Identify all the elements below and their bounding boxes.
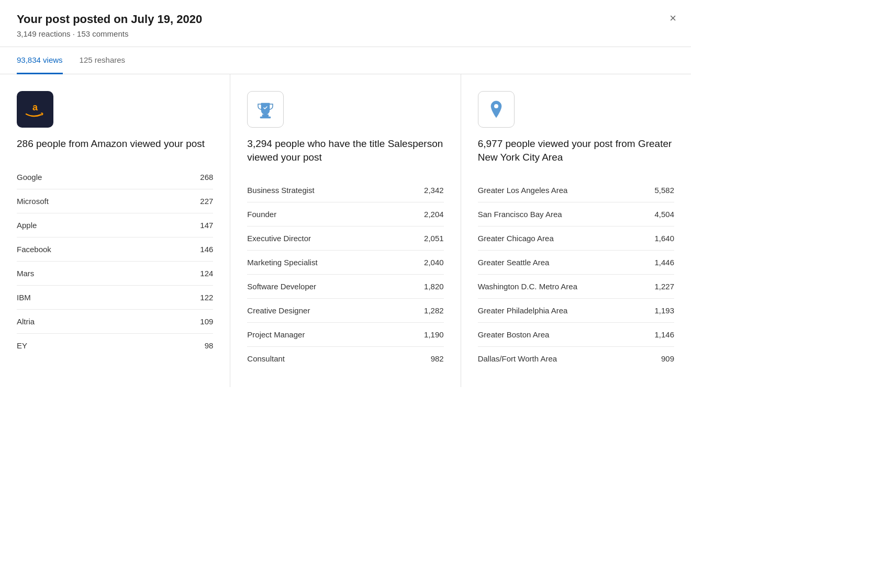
list-item: Mars124 (17, 262, 213, 286)
list-item-value: 98 (205, 341, 214, 350)
list-item-value: 268 (200, 173, 213, 182)
list-item-value: 227 (200, 197, 213, 206)
list-item-name: Microsoft (17, 197, 49, 206)
list-item-name: Founder (247, 210, 276, 219)
list-item-name: Greater Seattle Area (478, 258, 550, 267)
list-item: Founder2,204 (247, 202, 443, 227)
list-item-name: Apple (17, 221, 37, 230)
modal: Your post posted on July 19, 2020 3,149 … (0, 0, 691, 588)
list-item-name: Google (17, 173, 42, 182)
close-button[interactable]: × (669, 13, 676, 24)
modal-subtitle: 3,149 reactions · 153 comments (17, 29, 674, 38)
tab-views[interactable]: 93,834 views (17, 47, 63, 74)
modal-title: Your post posted on July 19, 2020 (17, 13, 674, 26)
list-item-name: Washington D.C. Metro Area (478, 282, 577, 291)
list-item: Marketing Specialist2,040 (247, 251, 443, 275)
list-item-name: Dallas/Fort Worth Area (478, 354, 557, 363)
list-item-value: 1,282 (424, 306, 444, 315)
list-item-value: 4,504 (654, 210, 674, 219)
svg-rect-1 (262, 115, 269, 117)
column-location-headline: 6,977 people viewed your post from Great… (478, 137, 674, 164)
company-list: Google268Microsoft227Apple147Facebook146… (17, 165, 213, 357)
list-item-value: 122 (200, 293, 213, 302)
column-location: 6,977 people viewed your post from Great… (461, 74, 691, 387)
location-icon-container (478, 91, 515, 128)
list-item: Dallas/Fort Worth Area909 (478, 347, 674, 370)
list-item-value: 2,051 (424, 234, 444, 243)
list-item-name: Greater Los Angeles Area (478, 186, 568, 195)
list-item: Greater Los Angeles Area5,582 (478, 178, 674, 202)
list-item-name: San Francisco Bay Area (478, 210, 562, 219)
list-item-value: 2,204 (424, 210, 444, 219)
svg-point-3 (494, 104, 498, 108)
column-title-headline: 3,294 people who have the title Salesper… (247, 137, 443, 164)
list-item: Greater Boston Area1,146 (478, 323, 674, 347)
svg-text:a: a (32, 102, 38, 112)
list-item-value: 1,640 (654, 234, 674, 243)
list-item: Microsoft227 (17, 189, 213, 213)
list-item-name: Greater Boston Area (478, 330, 550, 339)
list-item-name: Executive Director (247, 234, 311, 243)
list-item-value: 146 (200, 245, 213, 254)
location-icon (486, 99, 507, 120)
list-item: Consultant982 (247, 347, 443, 370)
list-item-value: 1,446 (654, 258, 674, 267)
list-item: Business Strategist2,342 (247, 178, 443, 202)
list-item-name: Creative Designer (247, 306, 310, 315)
list-item: Google268 (17, 165, 213, 189)
list-item-name: Software Developer (247, 282, 316, 291)
list-item: EY98 (17, 334, 213, 357)
list-item-name: EY (17, 341, 27, 350)
trophy-icon-container (247, 91, 284, 128)
list-item-value: 982 (431, 354, 444, 363)
list-item-value: 2,342 (424, 186, 444, 195)
list-item-name: Marketing Specialist (247, 258, 317, 267)
list-item-value: 1,146 (654, 330, 674, 339)
list-item-name: Project Manager (247, 330, 305, 339)
content-area: a 286 people from Amazon viewed your pos… (0, 74, 691, 387)
list-item-name: Business Strategist (247, 186, 314, 195)
list-item: Apple147 (17, 213, 213, 238)
list-item: Greater Philadelphia Area1,193 (478, 299, 674, 323)
list-item-name: Altria (17, 317, 35, 326)
column-company-headline: 286 people from Amazon viewed your post (17, 137, 213, 151)
tab-reshares[interactable]: 125 reshares (80, 47, 126, 74)
list-item: Washington D.C. Metro Area1,227 (478, 275, 674, 299)
column-company: a 286 people from Amazon viewed your pos… (0, 74, 230, 387)
modal-header: Your post posted on July 19, 2020 3,149 … (0, 0, 691, 47)
list-item-value: 1,820 (424, 282, 444, 291)
list-item: Project Manager1,190 (247, 323, 443, 347)
list-item-value: 1,190 (424, 330, 444, 339)
svg-rect-2 (260, 117, 271, 118)
list-item-value: 124 (200, 269, 213, 278)
tabs-bar: 93,834 views 125 reshares (0, 47, 691, 74)
list-item-name: Greater Philadelphia Area (478, 306, 568, 315)
list-item-value: 5,582 (654, 186, 674, 195)
title-list: Business Strategist2,342Founder2,204Exec… (247, 178, 443, 370)
list-item-name: Consultant (247, 354, 285, 363)
list-item: San Francisco Bay Area4,504 (478, 202, 674, 227)
list-item-value: 109 (200, 317, 213, 326)
list-item-value: 147 (200, 221, 213, 230)
trophy-icon (255, 99, 276, 120)
list-item: Executive Director2,051 (247, 227, 443, 251)
list-item: Facebook146 (17, 238, 213, 262)
amazon-icon: a (17, 91, 53, 128)
column-title: 3,294 people who have the title Salesper… (230, 74, 461, 387)
list-item-value: 1,193 (654, 306, 674, 315)
list-item-name: Mars (17, 269, 34, 278)
list-item-name: IBM (17, 293, 31, 302)
location-list: Greater Los Angeles Area5,582San Francis… (478, 178, 674, 370)
list-item: Creative Designer1,282 (247, 299, 443, 323)
list-item: Greater Chicago Area1,640 (478, 227, 674, 251)
list-item: Altria109 (17, 310, 213, 334)
list-item-value: 909 (661, 354, 674, 363)
list-item: IBM122 (17, 286, 213, 310)
list-item-name: Facebook (17, 245, 51, 254)
list-item-name: Greater Chicago Area (478, 234, 554, 243)
list-item-value: 2,040 (424, 258, 444, 267)
list-item: Software Developer1,820 (247, 275, 443, 299)
list-item: Greater Seattle Area1,446 (478, 251, 674, 275)
list-item-value: 1,227 (654, 282, 674, 291)
